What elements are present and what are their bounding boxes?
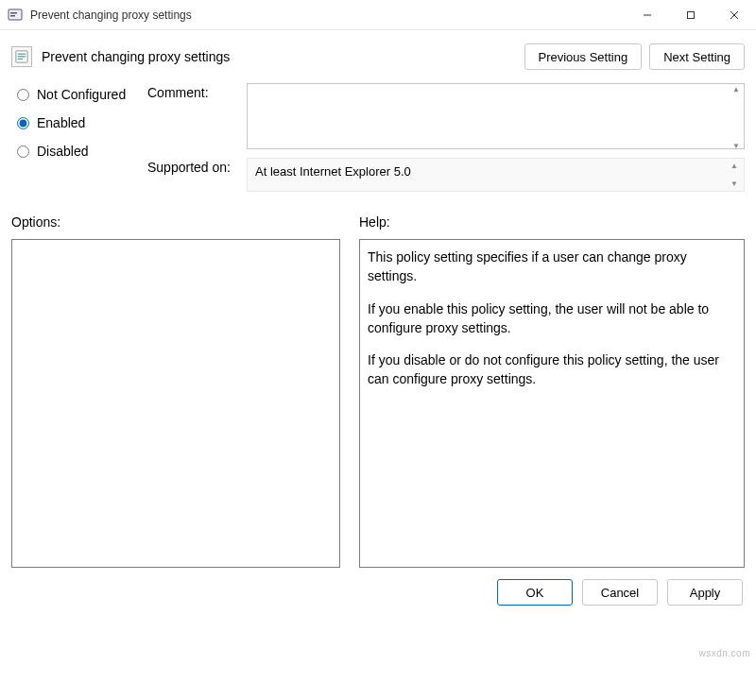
cancel-button[interactable]: Cancel [582,579,658,606]
svg-rect-0 [9,9,22,20]
radio-not-configured-label: Not Configured [37,87,126,102]
window-controls [626,0,756,29]
supported-label: Supported on: [147,158,247,175]
help-paragraph: If you enable this policy setting, the u… [368,299,736,338]
config-area: Not Configured Enabled Disabled Comment:… [0,81,756,203]
svg-rect-8 [18,54,26,55]
svg-rect-1 [10,12,17,14]
help-paragraph: This policy setting specifies if a user … [368,248,736,286]
radio-disabled-input[interactable] [17,145,29,158]
radio-enabled[interactable]: Enabled [17,115,147,130]
svg-rect-4 [688,11,695,18]
options-panel[interactable] [11,239,340,568]
maximize-button[interactable] [669,0,713,29]
comment-textarea[interactable] [247,83,745,149]
radio-enabled-label: Enabled [37,115,85,130]
svg-rect-10 [18,59,23,60]
svg-rect-9 [18,56,26,57]
svg-rect-2 [10,15,15,17]
help-panel[interactable]: This policy setting specifies if a user … [359,239,745,568]
supported-on-value: At least Internet Explorer 5.0 [247,158,745,192]
panels: This policy setting specifies if a user … [0,233,756,568]
radio-enabled-input[interactable] [17,117,29,129]
minimize-button[interactable] [626,0,669,29]
apply-button[interactable]: Apply [667,579,743,606]
state-radios: Not Configured Enabled Disabled [17,83,147,197]
policy-editor-icon [8,8,23,23]
next-setting-button[interactable]: Next Setting [649,43,745,70]
titlebar: Prevent changing proxy settings [0,0,756,30]
ok-button[interactable]: OK [497,579,573,606]
radio-not-configured-input[interactable] [17,89,29,101]
help-paragraph: If you disable or do not configure this … [368,350,736,389]
radio-disabled[interactable]: Disabled [17,144,147,159]
footer: OK Cancel Apply [0,568,756,617]
registry-icon [11,46,32,67]
policy-header: Prevent changing proxy settings Previous… [0,30,756,81]
close-button[interactable] [713,0,756,29]
options-heading: Options: [11,214,359,230]
previous-setting-button[interactable]: Previous Setting [524,43,643,70]
meta-area: Comment: ▲▼ Supported on: At least Inter… [147,83,745,197]
watermark: wsxdn.com [698,648,750,658]
help-heading: Help: [359,214,390,230]
window-title: Prevent changing proxy settings [30,9,626,22]
comment-label: Comment: [147,83,247,100]
radio-not-configured[interactable]: Not Configured [17,87,147,102]
radio-disabled-label: Disabled [37,144,88,159]
lower-labels: Options: Help: [0,203,756,233]
policy-title: Prevent changing proxy settings [42,49,524,64]
